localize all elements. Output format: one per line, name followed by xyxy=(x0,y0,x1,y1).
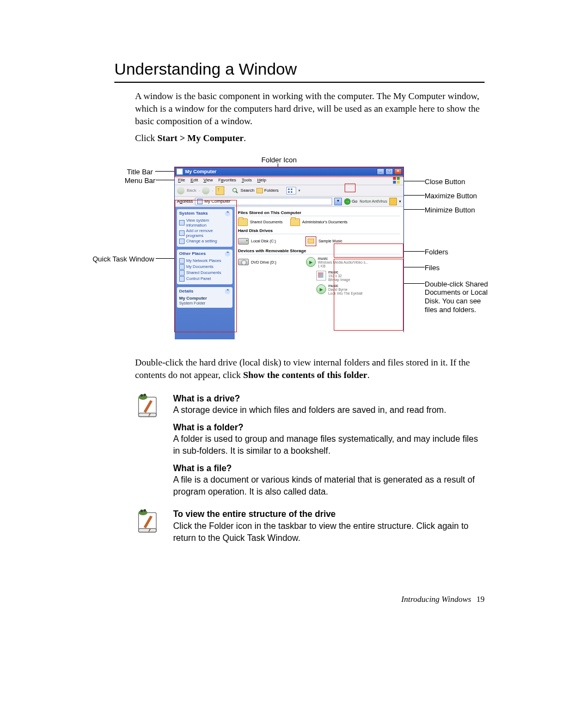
back-button[interactable]: ← xyxy=(177,187,185,194)
menu-edit[interactable]: Edit xyxy=(191,178,198,182)
toolbar: ← Back · → · Search Folders ▾ xyxy=(175,185,403,197)
item-shared-documents[interactable]: Shared Documents xyxy=(238,218,283,226)
footer-section: Introducing Windows xyxy=(401,595,471,604)
label-maximize-button: Maximize Button xyxy=(425,192,477,200)
category-files-stored: Files Stored on This Computer xyxy=(238,210,400,215)
link-addremove[interactable]: Add or remove programs xyxy=(179,228,230,238)
label-close-button: Close Button xyxy=(425,178,465,186)
details-header[interactable]: Details xyxy=(179,289,193,294)
link-shared-documents[interactable]: Shared Documents xyxy=(179,270,230,276)
after-p1b: Show the contents of this folder xyxy=(243,370,367,380)
intro-paragraph: A window is the basic component in worki… xyxy=(135,90,485,128)
click-prefix: Click xyxy=(135,133,157,143)
note-a4: Click the Folder icon in the taskbar to … xyxy=(173,520,485,544)
note-q1: What is a drive? xyxy=(173,393,485,405)
other-places-box: Other Places⌃ My Network Places My Docum… xyxy=(177,249,232,284)
note-a3: A file is a document or various kinds of… xyxy=(173,474,485,497)
page-heading: Understanding a Window xyxy=(114,60,485,78)
link-view-sysinfo[interactable]: View system information xyxy=(179,218,230,228)
address-field[interactable]: My Computer xyxy=(195,198,332,205)
after-p1c: . xyxy=(367,370,370,380)
up-button[interactable] xyxy=(216,186,224,195)
close-button[interactable]: × xyxy=(394,168,402,175)
titlebar-text: My Computer xyxy=(185,169,217,174)
svg-point-8 xyxy=(139,394,148,400)
folder-icon xyxy=(238,218,248,226)
media-file-icon: ▶ xyxy=(316,284,326,294)
hard-disk-icon xyxy=(238,238,249,245)
chevron-icon[interactable]: ⌃ xyxy=(225,251,230,257)
item-music-file-1[interactable]: ▶ music Windows Media Audio/Video s... 1… xyxy=(306,257,369,268)
click-suffix: . xyxy=(244,133,246,143)
label-menu-bar: Menu Bar xyxy=(125,176,155,185)
category-removable: Devices with Removable Storage xyxy=(238,248,400,253)
chevron-icon[interactable]: ⌃ xyxy=(225,211,230,216)
item-dvd-drive[interactable]: DVD Drive (D:) xyxy=(238,257,277,268)
maximize-button[interactable]: □ xyxy=(385,168,393,175)
note-q4: To view the entire structure of the driv… xyxy=(173,508,485,520)
address-value: My Computer xyxy=(204,199,230,204)
link-control-panel[interactable]: Control Panel xyxy=(179,276,230,282)
svg-point-15 xyxy=(139,510,148,516)
item-admin-documents[interactable]: Administrator's Documents xyxy=(290,218,347,226)
label-files: Files xyxy=(425,264,439,272)
folders-label: Folders xyxy=(264,188,279,193)
media-file-icon: ▶ xyxy=(306,257,316,267)
folders-button[interactable]: Folders xyxy=(256,188,279,193)
other-places-header[interactable]: Other Places xyxy=(179,251,206,256)
minimize-button[interactable]: _ xyxy=(377,168,384,175)
menu-view[interactable]: View xyxy=(204,178,213,182)
search-icon[interactable] xyxy=(232,187,238,194)
menu-tools[interactable]: Tools xyxy=(242,178,252,182)
address-label: Address xyxy=(177,199,193,204)
address-dropdown[interactable]: ▾ xyxy=(334,198,342,205)
go-button[interactable]: → Go xyxy=(344,198,358,205)
address-bar: Address My Computer ▾ → Go Norton AntiVi… xyxy=(175,197,403,207)
item-music-file-3[interactable]: ▶ music David Byrne Look Into The Eyebal… xyxy=(316,284,363,295)
svg-rect-2 xyxy=(393,181,396,184)
label-double-click-note: Double-click Shared Documents or Local D… xyxy=(425,280,495,314)
page-footer: Introducing Windows 19 xyxy=(401,595,485,604)
details-subtitle: System Folder xyxy=(179,301,230,306)
heading-rule xyxy=(114,82,485,83)
note-a1: A storage device in which files and fold… xyxy=(173,404,485,416)
svg-point-10 xyxy=(143,393,146,396)
system-tasks-header[interactable]: System Tasks xyxy=(179,211,208,216)
folder-icon xyxy=(290,218,300,226)
link-my-documents[interactable]: My Documents xyxy=(179,264,230,270)
item-music-bitmap[interactable]: music 192 x 32 Bitmap Image xyxy=(316,270,350,282)
svg-rect-5 xyxy=(139,413,157,417)
details-box: Details⌃ My Computer System Folder xyxy=(177,287,232,308)
system-tasks-box: System Tasks⌃ View system information Ad… xyxy=(177,209,232,247)
link-network-places[interactable]: My Network Places xyxy=(179,258,230,264)
note-block-1: What is a drive? A storage device in whi… xyxy=(135,393,485,498)
bitmap-file-icon xyxy=(316,271,326,281)
label-minimize-button: Minimize Button xyxy=(425,206,475,214)
menu-file[interactable]: File xyxy=(178,178,185,182)
folders-icon xyxy=(256,188,263,193)
address-icon xyxy=(197,199,203,204)
back-label: Back xyxy=(187,188,197,193)
go-label: Go xyxy=(352,199,358,204)
item-sample-music-folder[interactable]: Sample Music xyxy=(305,236,342,246)
svg-rect-12 xyxy=(139,529,157,533)
forward-button[interactable]: → xyxy=(202,187,210,194)
details-title: My Computer xyxy=(179,296,230,301)
norton-label: Norton AntiVirus xyxy=(360,199,387,203)
chevron-icon[interactable]: ⌃ xyxy=(225,289,230,294)
window-diagram: Folder Icon Title Bar Menu Bar Quick Tas… xyxy=(93,156,495,344)
search-label[interactable]: Search xyxy=(241,188,254,193)
svg-rect-1 xyxy=(397,177,400,180)
link-change-setting[interactable]: Change a setting xyxy=(179,239,230,244)
item-local-disk[interactable]: Local Disk (C:) xyxy=(238,236,276,246)
norton-icon[interactable]: ⚡ xyxy=(389,198,397,205)
menu-help[interactable]: Help xyxy=(258,178,266,182)
titlebar[interactable]: My Computer _ □ × xyxy=(175,167,403,176)
note-q2: What is a folder? xyxy=(173,422,485,434)
menu-favorites[interactable]: Favorites xyxy=(218,178,236,182)
svg-point-17 xyxy=(143,509,146,512)
note-a2: A folder is used to group and manage fil… xyxy=(173,433,485,456)
dvd-drive-icon xyxy=(238,259,249,265)
sidepanel: System Tasks⌃ View system information Ad… xyxy=(175,207,235,339)
views-button[interactable] xyxy=(286,187,296,194)
